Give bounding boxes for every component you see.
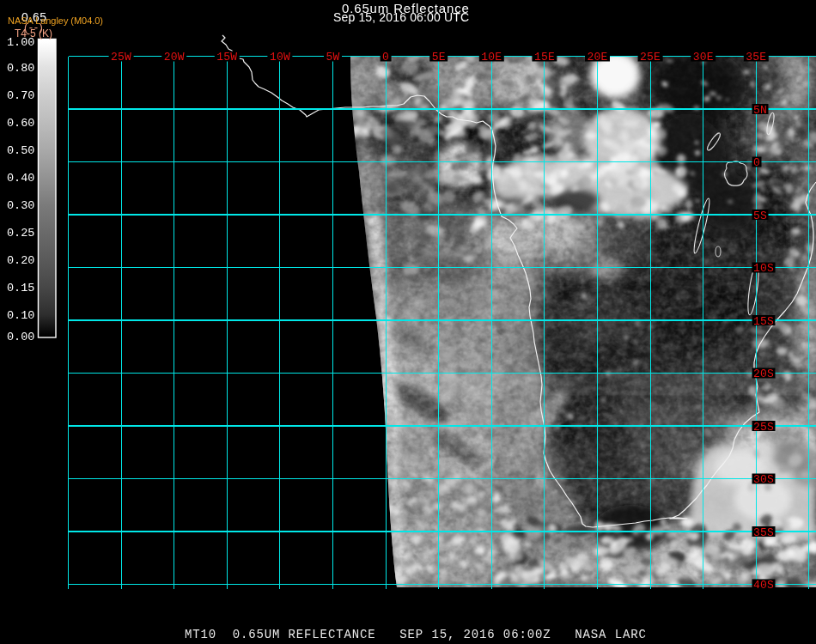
svg-text:0.60: 0.60 bbox=[7, 117, 34, 130]
svg-text:15W: 15W bbox=[216, 51, 237, 64]
svg-text:35E: 35E bbox=[746, 51, 766, 64]
svg-text:10W: 10W bbox=[270, 51, 290, 64]
svg-text:25S: 25S bbox=[753, 421, 774, 434]
svg-text:0.40: 0.40 bbox=[7, 172, 34, 185]
svg-text:15S: 15S bbox=[753, 315, 774, 328]
svg-text:NASA Langley (M04.0): NASA Langley (M04.0) bbox=[8, 15, 103, 26]
svg-text:0: 0 bbox=[382, 51, 389, 64]
svg-text:20S: 20S bbox=[753, 368, 774, 380]
svg-text:0: 0 bbox=[753, 156, 760, 169]
svg-text:5N: 5N bbox=[753, 104, 767, 117]
svg-text:0.20: 0.20 bbox=[7, 254, 34, 267]
svg-text:0.15: 0.15 bbox=[7, 282, 34, 295]
svg-text:5W: 5W bbox=[326, 51, 339, 64]
svg-text:0.80: 0.80 bbox=[7, 62, 34, 75]
svg-text:20E: 20E bbox=[587, 51, 607, 64]
svg-text:10S: 10S bbox=[753, 262, 774, 275]
svg-text:5S: 5S bbox=[753, 210, 767, 222]
svg-text:25E: 25E bbox=[640, 51, 661, 64]
svg-text:5E: 5E bbox=[432, 51, 446, 64]
svg-text:25W: 25W bbox=[111, 51, 131, 64]
svg-text:MT10 0.65UM REFLECTANCE SEP: MT10 0.65UM REFLECTANCE SEP 15, 2016 06:… bbox=[185, 628, 647, 641]
svg-text:40S: 40S bbox=[753, 579, 774, 592]
svg-text:0.25: 0.25 bbox=[7, 227, 34, 240]
svg-text:T4-5 (K): T4-5 (K) bbox=[15, 27, 52, 39]
svg-text:0.10: 0.10 bbox=[7, 309, 34, 322]
svg-text:0.00: 0.00 bbox=[7, 331, 34, 343]
svg-text:0.70: 0.70 bbox=[7, 89, 34, 102]
svg-text:30S: 30S bbox=[753, 473, 774, 486]
svg-text:Sep 15, 2016 06:00 UTC: Sep 15, 2016 06:00 UTC bbox=[333, 10, 469, 24]
svg-text:10E: 10E bbox=[481, 51, 502, 64]
svg-text:20W: 20W bbox=[164, 51, 185, 64]
svg-text:30E: 30E bbox=[693, 51, 714, 64]
svg-text:35S: 35S bbox=[753, 526, 774, 539]
svg-text:0.50: 0.50 bbox=[7, 144, 34, 157]
svg-text:15E: 15E bbox=[534, 51, 555, 64]
svg-text:0.30: 0.30 bbox=[7, 199, 34, 212]
